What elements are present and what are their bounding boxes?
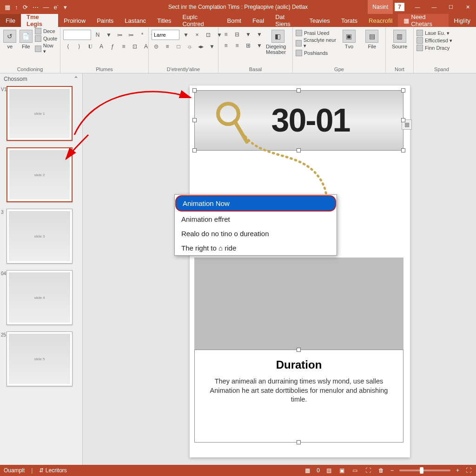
slide-thumb[interactable]: 04slide 4 — [7, 270, 80, 325]
ribbon-icon[interactable]: ☼ — [185, 42, 194, 51]
ribbon-icon[interactable]: ⊟ — [232, 30, 242, 39]
chevron-down-icon[interactable]: ▼ — [244, 30, 253, 39]
qat-icon[interactable]: ⋯ — [33, 4, 39, 11]
zoom-slider[interactable] — [399, 469, 450, 471]
tab-item[interactable]: Paints — [91, 14, 119, 27]
minimize-button[interactable]: — — [409, 0, 426, 14]
tab-item[interactable]: Lastanc — [119, 14, 152, 27]
status-icon[interactable]: ▣ — [338, 467, 346, 474]
ribbon-icon[interactable]: × — [192, 30, 202, 40]
status-left[interactable]: Ouamplt — [4, 467, 25, 474]
font-name-combo[interactable] — [63, 30, 91, 40]
ribbon-small-button[interactable]: Prasi Ueed — [296, 30, 337, 36]
ribbon-large-button[interactable]: 📄File — [19, 28, 33, 49]
underline-icon[interactable]: 𝐔 — [86, 42, 95, 51]
resize-handle[interactable] — [192, 148, 197, 152]
slide-canvas[interactable]: 30-01 ▦ Duration They animeali an durrai… — [83, 73, 476, 465]
ribbon-icon[interactable]: ⊝ — [152, 42, 161, 51]
tab-item[interactable]: Proiriow — [58, 14, 91, 27]
ribbon-icon[interactable]: ≡ — [163, 42, 172, 51]
tab-item[interactable]: Titles — [152, 14, 177, 27]
slide-thumb[interactable]: slide 2 — [7, 147, 80, 202]
ribbon-icon[interactable]: ⟨ — [63, 42, 73, 51]
ribbon-large-button[interactable]: ▥Sourre — [389, 28, 410, 49]
resize-handle[interactable] — [401, 148, 405, 152]
trash-icon[interactable]: 🗑 — [377, 467, 385, 474]
tab-item[interactable]: Torats — [336, 14, 363, 27]
ribbon-icon[interactable]: ≡ — [221, 41, 231, 50]
resize-handle[interactable] — [297, 440, 301, 444]
status-icon[interactable]: ▦ — [304, 467, 311, 474]
image-placeholder[interactable] — [194, 258, 403, 350]
tab-special[interactable]: Reacrofil — [363, 14, 398, 27]
resize-handle[interactable] — [297, 148, 301, 152]
status-icon[interactable]: ⛶ — [364, 467, 372, 474]
status-left[interactable]: ⇵ Lecritors — [39, 467, 66, 474]
resize-handle[interactable] — [192, 118, 197, 122]
title-textbox[interactable]: 30-01 ▦ — [194, 90, 403, 151]
menu-item[interactable]: Realo do no tino o dureation — [175, 226, 337, 241]
ribbon-large-button[interactable]: ▣Tvo — [338, 28, 359, 49]
chevron-down-icon[interactable]: ▼ — [255, 30, 264, 39]
qat-up-icon[interactable]: ↑ — [15, 4, 18, 11]
ribbon-small-button[interactable]: Finn Dracy — [416, 45, 452, 51]
chevron-down-icon[interactable]: ▼ — [255, 41, 264, 50]
ribbon-icon[interactable]: * — [138, 30, 147, 40]
ribbon-icon[interactable]: ⊞ — [244, 41, 253, 50]
slide-thumb[interactable]: 25slide 5 — [7, 331, 80, 386]
tab-item[interactable]: Teavies — [304, 14, 336, 27]
resize-handle[interactable] — [297, 88, 301, 93]
ribbon-small-button[interactable]: Now ▾ — [35, 43, 57, 54]
tab-active[interactable]: Tme Legis — [21, 14, 58, 27]
qat-icon[interactable]: — — [43, 4, 49, 11]
panel-collapse-icon[interactable]: ⌃ — [73, 75, 79, 82]
ribbon-large-button[interactable]: ▤File — [362, 28, 383, 49]
ribbon-icon[interactable]: ≡ — [119, 42, 128, 51]
menu-item-selected[interactable]: Animation Now — [175, 195, 336, 212]
resize-handle[interactable] — [192, 88, 197, 93]
ribbon-small-button[interactable]: Laue Eu. ▾ — [416, 30, 452, 36]
ribbon-icon[interactable]: ⊡ — [204, 30, 213, 40]
zoom-slider-knob[interactable] — [420, 467, 423, 474]
tab-item[interactable]: Bomt — [222, 14, 247, 27]
qat-more-icon[interactable]: ▾ — [64, 4, 67, 11]
tab-item[interactable]: Euplc Contred — [177, 14, 221, 27]
ribbon-icon[interactable]: ◂▸ — [196, 42, 205, 51]
resize-handle[interactable] — [401, 118, 405, 122]
tab-file[interactable]: File — [0, 14, 21, 27]
user-name[interactable]: Nasint — [368, 0, 393, 14]
ribbon-small-button[interactable]: Scraclyte neur ▾ — [296, 37, 337, 49]
qat-icon[interactable]: e˙ — [54, 4, 60, 11]
ribbon-icon[interactable]: ≔ — [126, 30, 136, 40]
restore-button[interactable]: ☐ — [443, 0, 459, 14]
ribbon-icon[interactable]: ≔ — [115, 30, 125, 40]
ribbon-small-button[interactable]: Poshiands — [296, 50, 337, 56]
ribbon-small-button[interactable]: Quote — [35, 35, 57, 42]
zoom-in-button[interactable]: + — [456, 467, 459, 474]
qat-refresh-icon[interactable]: ⟳ — [23, 4, 28, 11]
resize-handle[interactable] — [401, 88, 405, 93]
ribbon-large-button[interactable]: ↺ve — [3, 28, 17, 49]
ribbon-small-button[interactable]: Dece — [35, 28, 57, 34]
menu-item[interactable]: Animation effret — [175, 212, 337, 226]
ribbon-icon[interactable]: ≡ — [232, 41, 242, 50]
chevron-down-icon[interactable]: ▼ — [104, 30, 113, 40]
ribbon-icon[interactable]: ⟩ — [74, 42, 84, 51]
ribbon-icon[interactable]: A — [97, 42, 106, 51]
ribbon-icon[interactable]: ƒ — [108, 42, 117, 51]
ribbon-icon[interactable]: ≡ — [221, 30, 231, 39]
ribbon-large-button[interactable]: ◧Diegeing Mesaber — [266, 28, 290, 55]
tab-item[interactable]: Feal — [247, 14, 270, 27]
maximize-button[interactable]: — — [426, 0, 443, 14]
status-icon[interactable]: ▭ — [351, 467, 359, 474]
size-combo[interactable]: Larre — [152, 30, 179, 40]
ribbon-icon[interactable]: □ — [174, 42, 183, 51]
ribbon-icon[interactable]: N — [93, 30, 102, 40]
chevron-down-icon[interactable]: ▼ — [207, 42, 217, 51]
close-button[interactable]: ✕ — [459, 0, 476, 14]
menu-item[interactable]: The right to ⌂ ride — [175, 241, 337, 255]
status-icon[interactable]: ▤ — [325, 467, 333, 474]
zoom-out-button[interactable]: − — [390, 467, 394, 474]
body-textbox[interactable]: Duration They animeali an durraining tim… — [194, 350, 403, 443]
resize-handle[interactable] — [297, 348, 301, 352]
